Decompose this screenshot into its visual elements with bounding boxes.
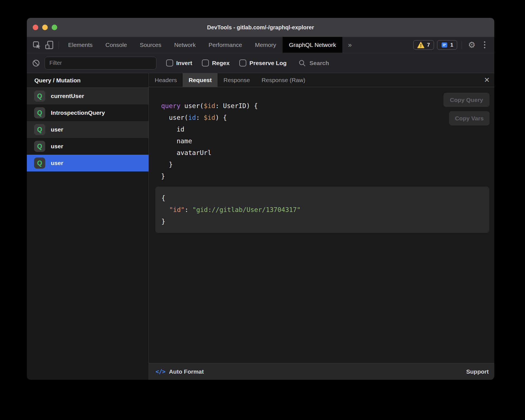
message-icon (441, 42, 448, 48)
code-brackets-icon: </> (156, 368, 165, 375)
detail-footer: </> Auto Format Support (149, 363, 494, 380)
tabbar-separator (59, 41, 59, 49)
regex-checkbox-box[interactable] (202, 59, 209, 66)
zoom-window-button[interactable] (52, 25, 57, 30)
preserve-log-checkbox-label: Preserve Log (249, 60, 287, 66)
more-tabs-chevron-icon[interactable]: » (342, 37, 357, 53)
devtools-window: DevTools - gitlab.com/-/graphql-explorer… (27, 18, 494, 380)
filter-input[interactable] (45, 57, 156, 70)
query-list-header: Query / Mutation (27, 73, 149, 88)
list-item-user-1[interactable]: Q user (27, 121, 149, 138)
query-type-badge: Q (34, 141, 45, 152)
warning-triangle-icon (417, 42, 424, 48)
close-window-button[interactable] (33, 25, 38, 30)
tab-console[interactable]: Console (99, 37, 133, 53)
preserve-log-checkbox[interactable]: Preserve Log (239, 59, 287, 66)
query-list-panel: Query / Mutation Q currentUser Q Introsp… (27, 73, 149, 380)
kebab-menu-icon[interactable] (480, 41, 489, 48)
copy-query-button[interactable]: Copy Query (443, 93, 490, 107)
invert-checkbox[interactable]: Invert (166, 59, 192, 66)
detail-tabbar: Headers Request Response Response (Raw) … (149, 73, 494, 87)
list-item-user-2[interactable]: Q user (27, 138, 149, 155)
window-title: DevTools - gitlab.com/-/graphql-explorer (27, 24, 494, 31)
warnings-badge[interactable]: 7 (413, 40, 434, 50)
list-item-label: IntrospectionQuery (51, 109, 105, 116)
query-variables-box: { "id": "gid://gitlab/User/13704317"} (155, 187, 489, 233)
close-detail-icon[interactable]: ✕ (484, 73, 490, 87)
inspect-cursor-icon (32, 40, 41, 50)
list-item-user-selected[interactable]: Q user (27, 155, 149, 171)
query-type-badge: Q (34, 90, 45, 102)
tabbar-right-controls: 7 1 ⚙ (410, 37, 489, 53)
tab-graphql-network[interactable]: GraphQL Network (283, 37, 342, 53)
search-icon (298, 59, 306, 67)
minimize-window-button[interactable] (42, 25, 48, 30)
detail-tab-headers[interactable]: Headers (149, 73, 183, 87)
graphql-query-code: query user($id: UserID) { user(id: $id) … (161, 100, 494, 182)
device-toolbar-button[interactable] (43, 39, 56, 51)
settings-gear-icon[interactable]: ⚙ (464, 40, 480, 50)
preserve-log-checkbox-box[interactable] (239, 59, 246, 66)
query-type-badge: Q (34, 157, 45, 169)
list-item-label: user (51, 126, 63, 133)
list-item-introspectionquery[interactable]: Q IntrospectionQuery (27, 104, 149, 121)
tab-performance[interactable]: Performance (202, 37, 249, 53)
devtools-tabbar: Elements Console Sources Network Perform… (27, 37, 494, 53)
invert-checkbox-box[interactable] (166, 59, 173, 66)
issues-count: 1 (450, 42, 454, 48)
tab-memory[interactable]: Memory (249, 37, 283, 53)
copy-vars-button[interactable]: Copy Vars (449, 111, 490, 125)
search-label: Search (309, 60, 329, 66)
query-variables-code: { "id": "gid://gitlab/User/13704317"} (161, 192, 489, 227)
query-type-badge: Q (34, 124, 45, 135)
panels: Query / Mutation Q currentUser Q Introsp… (27, 73, 494, 380)
auto-format-button[interactable]: Auto Format (169, 368, 204, 375)
list-item-currentuser[interactable]: Q currentUser (27, 88, 149, 104)
tab-sources[interactable]: Sources (133, 37, 168, 53)
regex-checkbox[interactable]: Regex (202, 59, 230, 66)
inspect-element-button[interactable] (30, 39, 43, 51)
support-link[interactable]: Support (466, 368, 489, 375)
list-item-label: user (51, 160, 63, 166)
list-item-label: user (51, 143, 63, 150)
list-item-label: currentUser (51, 93, 84, 99)
tab-elements[interactable]: Elements (62, 37, 99, 53)
detail-tab-request[interactable]: Request (183, 73, 218, 87)
traffic-lights (27, 25, 57, 30)
invert-checkbox-label: Invert (176, 60, 192, 66)
device-toolbar-icon (45, 40, 54, 50)
regex-checkbox-label: Regex (212, 60, 230, 66)
controls-separator (462, 41, 462, 49)
search-control[interactable]: Search (298, 59, 329, 67)
request-detail-panel: Headers Request Response Response (Raw) … (149, 73, 494, 380)
issues-badge[interactable]: 1 (437, 40, 457, 50)
tab-network[interactable]: Network (168, 37, 202, 53)
clear-block-icon[interactable] (32, 59, 40, 67)
query-type-badge: Q (34, 107, 45, 118)
request-content: Copy Query Copy Vars query user($id: Use… (149, 87, 494, 363)
detail-tab-response-raw[interactable]: Response (Raw) (256, 73, 311, 87)
filter-toolbar: Invert Regex Preserve Log Search (27, 53, 494, 73)
detail-tab-response[interactable]: Response (218, 73, 256, 87)
warnings-count: 7 (427, 42, 430, 48)
titlebar: DevTools - gitlab.com/-/graphql-explorer (27, 18, 494, 37)
